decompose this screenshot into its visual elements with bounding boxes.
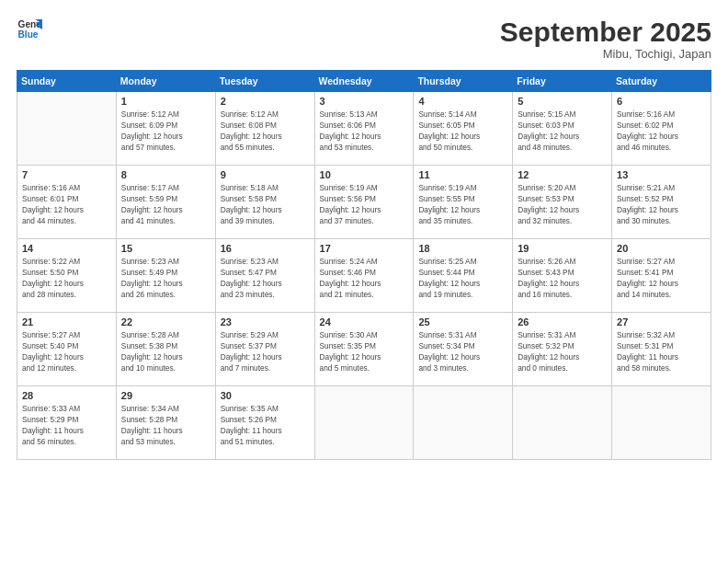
calendar-header-row: Sunday Monday Tuesday Wednesday Thursday…	[17, 71, 711, 92]
day-info: Sunrise: 5:24 AMSunset: 5:46 PMDaylight:…	[320, 256, 409, 300]
day-info: Sunrise: 5:21 AMSunset: 5:52 PMDaylight:…	[617, 182, 706, 226]
calendar-week-3: 14Sunrise: 5:22 AMSunset: 5:50 PMDayligh…	[17, 239, 711, 313]
month-title: September 2025	[500, 17, 711, 47]
day-number: 8	[121, 169, 210, 180]
day-info: Sunrise: 5:14 AMSunset: 6:05 PMDaylight:…	[418, 109, 507, 153]
day-number: 28	[22, 390, 111, 401]
day-number: 1	[121, 96, 210, 107]
day-number: 22	[121, 316, 210, 327]
table-row: 30Sunrise: 5:35 AMSunset: 5:26 PMDayligh…	[215, 386, 314, 460]
table-row: 21Sunrise: 5:27 AMSunset: 5:40 PMDayligh…	[17, 313, 117, 386]
day-number: 20	[617, 243, 706, 254]
day-info: Sunrise: 5:29 AMSunset: 5:37 PMDaylight:…	[221, 329, 310, 373]
day-info: Sunrise: 5:12 AMSunset: 6:09 PMDaylight:…	[121, 109, 210, 153]
day-number: 15	[121, 243, 210, 254]
table-row	[513, 386, 612, 460]
logo-icon: General Blue	[17, 17, 42, 42]
day-info: Sunrise: 5:18 AMSunset: 5:58 PMDaylight:…	[221, 182, 310, 226]
day-number: 2	[221, 96, 310, 107]
table-row: 24Sunrise: 5:30 AMSunset: 5:35 PMDayligh…	[314, 313, 414, 386]
table-row: 10Sunrise: 5:19 AMSunset: 5:56 PMDayligh…	[314, 166, 414, 239]
day-info: Sunrise: 5:30 AMSunset: 5:35 PMDaylight:…	[320, 329, 409, 373]
table-row: 17Sunrise: 5:24 AMSunset: 5:46 PMDayligh…	[314, 239, 414, 313]
day-number: 30	[221, 390, 310, 401]
day-number: 17	[320, 243, 409, 254]
day-number: 29	[121, 390, 210, 401]
day-number: 25	[418, 316, 507, 327]
month-info: September 2025 Mibu, Tochigi, Japan	[500, 17, 711, 61]
day-info: Sunrise: 5:13 AMSunset: 6:06 PMDaylight:…	[320, 109, 409, 153]
day-info: Sunrise: 5:26 AMSunset: 5:43 PMDaylight:…	[518, 256, 607, 300]
day-number: 14	[22, 243, 111, 254]
table-row: 13Sunrise: 5:21 AMSunset: 5:52 PMDayligh…	[612, 166, 711, 239]
header-monday: Monday	[116, 71, 215, 92]
table-row: 18Sunrise: 5:25 AMSunset: 5:44 PMDayligh…	[414, 239, 513, 313]
day-info: Sunrise: 5:15 AMSunset: 6:03 PMDaylight:…	[518, 109, 607, 153]
table-row	[612, 386, 711, 460]
table-row: 29Sunrise: 5:34 AMSunset: 5:28 PMDayligh…	[116, 386, 215, 460]
day-number: 4	[418, 96, 507, 107]
table-row: 7Sunrise: 5:16 AMSunset: 6:01 PMDaylight…	[17, 166, 117, 239]
day-info: Sunrise: 5:22 AMSunset: 5:50 PMDaylight:…	[22, 256, 111, 300]
table-row: 20Sunrise: 5:27 AMSunset: 5:41 PMDayligh…	[612, 239, 711, 313]
day-number: 26	[518, 316, 607, 327]
table-row: 4Sunrise: 5:14 AMSunset: 6:05 PMDaylight…	[414, 92, 513, 166]
table-row: 3Sunrise: 5:13 AMSunset: 6:06 PMDaylight…	[314, 92, 414, 166]
header-tuesday: Tuesday	[215, 71, 314, 92]
day-info: Sunrise: 5:19 AMSunset: 5:55 PMDaylight:…	[418, 182, 507, 226]
table-row: 2Sunrise: 5:12 AMSunset: 6:08 PMDaylight…	[215, 92, 314, 166]
day-info: Sunrise: 5:31 AMSunset: 5:34 PMDaylight:…	[418, 329, 507, 373]
table-row: 23Sunrise: 5:29 AMSunset: 5:37 PMDayligh…	[215, 313, 314, 386]
table-row: 12Sunrise: 5:20 AMSunset: 5:53 PMDayligh…	[513, 166, 612, 239]
header-wednesday: Wednesday	[314, 71, 414, 92]
page-header: General Blue September 2025 Mibu, Tochig…	[17, 17, 711, 61]
day-info: Sunrise: 5:16 AMSunset: 6:02 PMDaylight:…	[617, 109, 706, 153]
day-number: 21	[22, 316, 111, 327]
table-row: 8Sunrise: 5:17 AMSunset: 5:59 PMDaylight…	[116, 166, 215, 239]
day-number: 16	[221, 243, 310, 254]
table-row	[414, 386, 513, 460]
day-info: Sunrise: 5:23 AMSunset: 5:49 PMDaylight:…	[121, 256, 210, 300]
day-number: 27	[617, 316, 706, 327]
calendar: Sunday Monday Tuesday Wednesday Thursday…	[17, 70, 711, 460]
day-number: 6	[617, 96, 706, 107]
day-number: 11	[418, 169, 507, 180]
table-row	[17, 92, 117, 166]
day-info: Sunrise: 5:23 AMSunset: 5:47 PMDaylight:…	[221, 256, 310, 300]
table-row: 9Sunrise: 5:18 AMSunset: 5:58 PMDaylight…	[215, 166, 314, 239]
day-info: Sunrise: 5:16 AMSunset: 6:01 PMDaylight:…	[22, 182, 111, 226]
day-number: 10	[320, 169, 409, 180]
day-number: 9	[221, 169, 310, 180]
day-info: Sunrise: 5:32 AMSunset: 5:31 PMDaylight:…	[617, 329, 706, 373]
table-row: 27Sunrise: 5:32 AMSunset: 5:31 PMDayligh…	[612, 313, 711, 386]
table-row: 6Sunrise: 5:16 AMSunset: 6:02 PMDaylight…	[612, 92, 711, 166]
day-number: 18	[418, 243, 507, 254]
table-row: 25Sunrise: 5:31 AMSunset: 5:34 PMDayligh…	[414, 313, 513, 386]
day-info: Sunrise: 5:19 AMSunset: 5:56 PMDaylight:…	[320, 182, 409, 226]
table-row	[314, 386, 414, 460]
table-row: 19Sunrise: 5:26 AMSunset: 5:43 PMDayligh…	[513, 239, 612, 313]
location: Mibu, Tochigi, Japan	[500, 47, 711, 61]
day-info: Sunrise: 5:20 AMSunset: 5:53 PMDaylight:…	[518, 182, 607, 226]
day-info: Sunrise: 5:17 AMSunset: 5:59 PMDaylight:…	[121, 182, 210, 226]
table-row: 16Sunrise: 5:23 AMSunset: 5:47 PMDayligh…	[215, 239, 314, 313]
day-number: 23	[221, 316, 310, 327]
calendar-week-5: 28Sunrise: 5:33 AMSunset: 5:29 PMDayligh…	[17, 386, 711, 460]
day-number: 12	[518, 169, 607, 180]
header-sunday: Sunday	[17, 71, 117, 92]
logo: General Blue	[17, 17, 42, 42]
day-number: 5	[518, 96, 607, 107]
day-info: Sunrise: 5:35 AMSunset: 5:26 PMDaylight:…	[221, 403, 310, 447]
table-row: 5Sunrise: 5:15 AMSunset: 6:03 PMDaylight…	[513, 92, 612, 166]
header-friday: Friday	[513, 71, 612, 92]
day-number: 24	[320, 316, 409, 327]
table-row: 14Sunrise: 5:22 AMSunset: 5:50 PMDayligh…	[17, 239, 117, 313]
day-number: 3	[320, 96, 409, 107]
day-info: Sunrise: 5:31 AMSunset: 5:32 PMDaylight:…	[518, 329, 607, 373]
table-row: 28Sunrise: 5:33 AMSunset: 5:29 PMDayligh…	[17, 386, 117, 460]
day-info: Sunrise: 5:12 AMSunset: 6:08 PMDaylight:…	[221, 109, 310, 153]
day-info: Sunrise: 5:27 AMSunset: 5:41 PMDaylight:…	[617, 256, 706, 300]
table-row: 26Sunrise: 5:31 AMSunset: 5:32 PMDayligh…	[513, 313, 612, 386]
day-number: 13	[617, 169, 706, 180]
day-info: Sunrise: 5:33 AMSunset: 5:29 PMDaylight:…	[22, 403, 111, 447]
